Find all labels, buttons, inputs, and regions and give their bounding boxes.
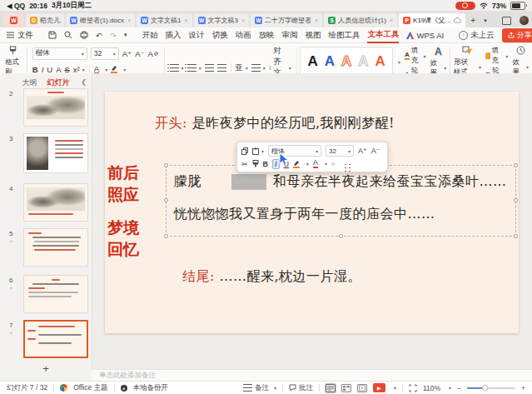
slide-7[interactable]: 开头: 是昨夜梦中的经历吧,我刚刚梦醒! 前后 照应: [105, 92, 519, 333]
close-icon[interactable]: ×: [184, 17, 187, 23]
style-preset-4[interactable]: A: [358, 53, 368, 70]
recording-indicator-icon[interactable]: [455, 2, 475, 10]
share-button[interactable]: 分享: [502, 28, 532, 42]
add-slide-button[interactable]: +: [0, 362, 92, 375]
clear-format-button[interactable]: A: [147, 49, 158, 58]
print-icon[interactable]: [80, 31, 88, 39]
menu-draw-tools[interactable]: 绘图工具: [328, 28, 360, 42]
window-restore-icon[interactable]: [502, 17, 511, 25]
resize-handle[interactable]: [164, 198, 168, 202]
tab-doc-3[interactable]: W 文字文稿3×: [194, 13, 250, 27]
tab-wps-home[interactable]: W: [3, 13, 24, 27]
back-to-app-indicator[interactable]: ◀ QQ: [7, 2, 25, 10]
floating-font-color-button[interactable]: A: [313, 159, 318, 168]
line-spacing-button[interactable]: ▾: [251, 64, 266, 72]
menu-text-tools-active[interactable]: 文本工具: [367, 27, 399, 43]
floating-font-size-select[interactable]: 32▾: [326, 145, 354, 157]
undo-icon[interactable]: ↶: [96, 31, 102, 40]
decrease-indent-icon[interactable]: [205, 64, 214, 72]
collapse-panel-icon[interactable]: ❮: [81, 78, 87, 86]
play-slideshow-button[interactable]: ▶: [373, 383, 385, 392]
slide-thumbnail-5[interactable]: [23, 228, 88, 267]
style-preset-3[interactable]: A: [341, 53, 351, 70]
play-options-chevron-icon[interactable]: ▾: [394, 385, 396, 391]
text-direction-button[interactable]: 亚▾: [235, 62, 248, 73]
slide-thumbnail-7-selected[interactable]: [23, 320, 88, 358]
slide-thumbnail-6[interactable]: [23, 275, 88, 313]
style-preset-5[interactable]: A: [375, 53, 385, 70]
style-preset-2[interactable]: A: [325, 53, 335, 70]
cloud-upload-status[interactable]: ↑ 未上云: [459, 30, 495, 41]
font-size-select[interactable]: 32▾: [91, 47, 119, 60]
copy-icon[interactable]: [241, 147, 248, 155]
reading-view-button[interactable]: [357, 384, 367, 392]
editing-canvas[interactable]: 开头: 是昨夜梦中的经历吧,我刚刚梦醒! 前后 照应: [92, 73, 532, 381]
floating-decrease-font-button[interactable]: A⁻: [371, 147, 380, 155]
menu-view[interactable]: 视图: [305, 28, 321, 42]
floating-increase-font-button[interactable]: A⁺: [358, 147, 367, 155]
floating-font-name-select[interactable]: 楷体▾: [268, 145, 321, 157]
shape-fill-button[interactable]: 填充▾: [485, 46, 508, 66]
close-icon[interactable]: ×: [241, 17, 245, 23]
slide-sorter-view-button[interactable]: [341, 384, 351, 392]
theme-name[interactable]: Office 主题: [73, 383, 107, 393]
redo-icon[interactable]: ↷: [110, 31, 117, 40]
save-icon[interactable]: [48, 31, 57, 39]
tab-docer[interactable]: D 稻壳儿: [26, 13, 64, 27]
menu-insert[interactable]: 插入: [165, 28, 181, 42]
quickbar-chevron-icon[interactable]: ▾: [124, 32, 127, 38]
resize-handle[interactable]: [514, 198, 518, 202]
resize-handle[interactable]: [164, 163, 168, 167]
notes-bar[interactable]: 单击此处添加备注: [92, 369, 532, 381]
close-icon[interactable]: ×: [390, 17, 393, 23]
zoom-out-button[interactable]: −: [457, 384, 461, 392]
menu-home[interactable]: 开始: [142, 28, 157, 42]
floating-align-left-button[interactable]: [331, 162, 335, 166]
slide-thumbnail-4[interactable]: [23, 183, 88, 222]
resize-handle[interactable]: [514, 163, 518, 167]
menu-slideshow[interactable]: 放映: [258, 28, 274, 42]
tab-doc-1[interactable]: W 瞭望者(1).docx×: [66, 13, 135, 27]
bullet-list-button[interactable]: ▾: [170, 64, 184, 72]
zoom-in-button[interactable]: +: [521, 384, 525, 392]
tag-mengjing-huiyi[interactable]: 梦境 回忆: [107, 217, 139, 260]
highlight-color-button[interactable]: [111, 65, 117, 73]
backup-status[interactable]: 本地备份开: [133, 383, 169, 393]
ending-line[interactable]: 结尾: ……醒来,枕边一片湿。: [182, 268, 361, 286]
resize-handle[interactable]: [339, 234, 343, 238]
search-icon[interactable]: [64, 31, 72, 39]
outline-tab[interactable]: 大纲: [22, 77, 37, 88]
decrease-font-button[interactable]: A⁻: [135, 49, 144, 58]
tab-doc-2[interactable]: W 文字文稿1×: [137, 13, 192, 27]
tab-sheet[interactable]: S 人员信息统计(1)×: [324, 13, 397, 27]
zoom-level[interactable]: 110%: [423, 384, 440, 392]
zoom-slider[interactable]: [467, 387, 515, 389]
tab-list-chevron-icon[interactable]: ▾: [480, 13, 490, 27]
opening-line[interactable]: 开头: 是昨夜梦中的经历吧,我刚刚梦醒!: [155, 115, 395, 132]
slide-thumbnail-2[interactable]: [23, 88, 88, 127]
numbered-list-button[interactable]: ▾: [187, 64, 201, 72]
selected-text-box[interactable]: 朦胧 和母亲在半夜起来给蚕宝宝添桑叶…… 恍恍惚惚我又置身于两年一度的庙会中……: [166, 165, 516, 237]
normal-view-button[interactable]: [326, 384, 336, 392]
resize-handle[interactable]: [514, 234, 518, 238]
fit-slide-icon[interactable]: [409, 384, 417, 392]
paste-icon[interactable]: ▾: [252, 147, 264, 155]
cut-icon[interactable]: ✂: [241, 160, 248, 168]
slide-thumbnail-3[interactable]: [23, 133, 88, 173]
resize-handle[interactable]: [164, 234, 168, 238]
zoom-slider-handle[interactable]: [482, 385, 488, 391]
menu-transition[interactable]: 切换: [211, 28, 227, 42]
comment-button[interactable]: 批注: [289, 383, 313, 393]
style-preset-1[interactable]: A: [307, 53, 317, 70]
menu-design[interactable]: 设计: [188, 28, 204, 42]
menu-wps-ai[interactable]: WPS AI: [416, 29, 444, 42]
font-name-select[interactable]: 楷体▾: [32, 47, 87, 60]
hamburger-icon[interactable]: [7, 32, 14, 38]
menu-animation[interactable]: 动画: [235, 28, 251, 42]
floating-highlight-button[interactable]: [293, 160, 300, 168]
tab-doc-4[interactable]: W 二十万字瞭望者×: [251, 13, 322, 27]
menu-review[interactable]: 审阅: [281, 28, 297, 42]
format-painter-small-icon[interactable]: [252, 160, 259, 167]
increase-font-button[interactable]: A⁺: [122, 49, 132, 58]
new-tab-button[interactable]: +: [467, 13, 479, 27]
